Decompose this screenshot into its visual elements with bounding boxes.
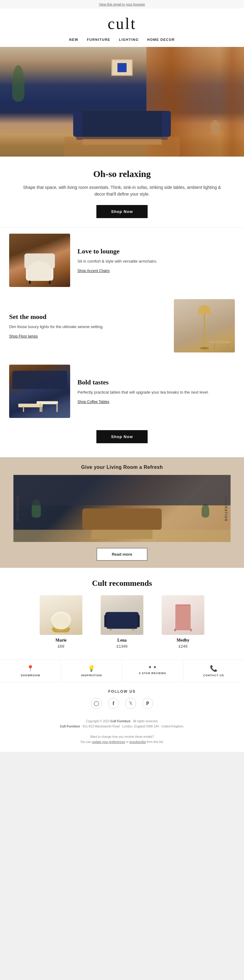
sofa-leg-r [132,627,134,631]
unsubscribe-text: You can update your preferences or unsub… [9,739,235,745]
top-bar: View this email in your browser [0,0,244,8]
lamp-base [200,347,209,349]
facebook-link[interactable]: f [108,698,119,709]
product-medby-price: £249 [156,644,211,649]
nav-item-lighting[interactable]: LIGHTING [119,38,139,41]
inspiration-banner: Give your Living Room a Refresh Inspirat… [0,457,244,568]
update-preferences-link[interactable]: update your preferences [92,740,125,744]
coffee-table-leg-2a [40,403,41,412]
chair-text: Love to lounge Sit in comfort & style wi… [78,247,235,274]
shop-floor-lamps-link[interactable]: Shop Floor lamps [9,334,38,339]
chair-leg-right [49,278,51,284]
chair-image [9,234,70,287]
pinterest-link[interactable]: P [142,698,153,709]
footer-nav-contact[interactable]: 📞 CONTACT US [183,660,244,682]
phone-icon: 📞 [186,665,242,672]
section-oh-so-relaxing: Oh-so relaxing Shape that space, with li… [0,157,244,227]
shop-now-button-2[interactable]: Shop Now [96,430,148,443]
follow-us-section: FOLLOW US ◯ f 𝕏 P [0,682,244,714]
recommends-section: Cult recommends Marie £69 [0,568,244,655]
sofa-backrest [105,615,140,622]
cabinet-leg-l [174,629,176,631]
bench-seat [82,508,162,530]
product-lena-image [100,595,144,635]
section-love-to-lounge: Love to lounge Sit in comfort & style wi… [0,228,244,293]
reviews-label: 5 STAR REVIEWS [125,672,180,675]
footer-nav-reviews[interactable]: ✦ ✦ 5 STAR REVIEWS [122,660,183,682]
inspiration-image [13,475,231,542]
lamp-heading: Set the mood [9,313,166,321]
product-marie-image [40,595,82,635]
coffee-table-leg-1b [41,406,42,412]
twitter-link[interactable]: 𝕏 [125,698,136,709]
table-leg [228,343,229,349]
contact-label: CONTACT US [186,674,242,677]
coffee-table-image [9,364,70,418]
chair-body: Sit in comfort & style with versatile ar… [78,258,235,264]
view-in-browser-link[interactable]: View this email in your browser [99,2,145,6]
twitter-icon: 𝕏 [129,701,132,706]
inspiration-label-right: Inspiration [225,495,228,522]
rug [13,530,231,542]
copyright-text: Copyright © 2022 Cult Furniture . All ri… [9,719,235,724]
plant-right [202,504,209,517]
sofa-body [105,612,139,627]
logo: cult [6,16,238,32]
chair-leg-left [29,278,31,284]
table-body: Perfectly practical tables that will upg… [78,389,235,395]
nav-item-new[interactable]: NEW [69,38,78,41]
coffee-table-leg-1a [23,406,24,412]
chair-back [24,253,55,269]
table-text: Bold tastes Perfectly practical tables t… [78,379,235,404]
nav: NEW FURNITURE LIGHTING HOME DECOR [0,35,244,47]
table-heading: Bold tastes [78,379,235,386]
product-marie: Marie £69 [33,595,88,649]
product-row: Marie £69 Lena £1349 [6,595,238,649]
social-icons: ◯ f 𝕏 P [6,698,238,709]
nav-item-home-decor[interactable]: HOME DECOR [147,38,175,41]
email-wrapper: View this email in your browser cult NEW… [0,0,244,752]
address-text: Cult Furniture · 811-813 Wandsworth Road… [9,724,235,729]
lamp-pole [204,313,205,349]
chair-heading: Love to lounge [78,247,235,255]
product-marie-price: £69 [33,644,88,649]
inspiration-label: INSPIRATION [64,674,119,677]
footer-nav-showroom[interactable]: 📍 SHOWROOM [0,660,61,682]
inspiration-heading: Give your Living Room a Refresh [6,465,238,470]
read-more-button[interactable]: Read more [97,548,147,560]
instagram-link[interactable]: ◯ [91,698,102,709]
painting [111,59,133,76]
facebook-icon: f [113,701,114,706]
lamp-text: Set the mood Dim those luxury lights for… [9,313,166,339]
sofa-arm-r [136,615,140,627]
recommends-heading: Cult recommends [6,579,238,588]
footer-nav: 📍 SHOWROOM 💡 INSPIRATION ✦ ✦ 5 STAR REVI… [0,660,244,682]
cabinet-body [175,605,191,630]
lamp-image [174,299,235,352]
lamp-shade [198,305,211,314]
product-lena-name: Lena [94,638,150,643]
shop-coffee-tables-link[interactable]: Shop Coffee Tables [78,400,109,404]
shop-now-button-1[interactable]: Shop Now [96,205,148,218]
star-icon: ✦ ✦ [125,665,180,670]
section-shop-now-2: Shop Now [0,424,244,454]
nav-item-furniture[interactable]: FURNITURE [87,38,110,41]
cabinet-shelf-2 [175,622,191,622]
product-marie-name: Marie [33,638,88,643]
footer-nav-inspiration[interactable]: 💡 INSPIRATION [61,660,122,682]
header: cult [0,8,244,35]
bg-sofa [12,371,67,389]
plant-shape [12,65,24,102]
unsubscribe-link[interactable]: unsubscribe [129,740,146,744]
dark-wall [13,475,231,505]
sofa-leg-l [110,627,112,631]
inspiration-image-wrap: Inspiration Inspiration [13,475,231,542]
preferences-text: Want to change how you receive these ema… [9,734,235,739]
section-body: Shape that space, with living room essen… [18,184,226,198]
section-bold-tastes: Bold tastes Perfectly practical tables t… [0,358,244,424]
section-set-the-mood: Set the mood Dim those luxury lights for… [0,293,244,358]
shop-accent-chairs-link[interactable]: Shop Accent Chairs [78,269,110,273]
follow-us-heading: FOLLOW US [6,689,238,694]
sofa-arm-l [104,615,108,627]
rug-shape [64,137,180,157]
